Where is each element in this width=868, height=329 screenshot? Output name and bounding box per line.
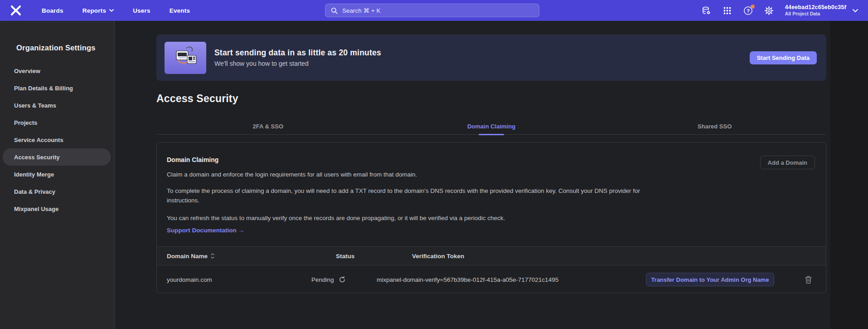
apps-grid-icon[interactable]	[723, 5, 732, 15]
sidebar-item-access-security[interactable]: Access Security	[3, 148, 111, 166]
search-input[interactable]: Search ⌘ + K	[325, 4, 539, 17]
nav-item-reports[interactable]: Reports	[82, 7, 114, 14]
column-header-domain-name[interactable]: Domain Name	[167, 247, 214, 265]
add-domain-button[interactable]: Add a Domain	[760, 156, 815, 169]
nav-item-events[interactable]: Events	[170, 7, 190, 14]
page-title: Access Security	[156, 93, 238, 105]
sidebar-item-overview[interactable]: Overview	[0, 62, 114, 79]
delete-domain-button[interactable]	[803, 274, 814, 285]
tab-2fa-sso[interactable]: 2FA & SSO	[156, 118, 380, 134]
sidebar-item-data-privacy[interactable]: Data & Privacy	[0, 183, 114, 200]
active-tab-indicator	[479, 134, 504, 135]
banner-subtitle: We'll show you how to get started	[214, 60, 381, 67]
mixpanel-logo-icon[interactable]	[9, 4, 23, 17]
panel-description-2: To complete the process of claiming a do…	[167, 186, 647, 205]
database-gear-icon[interactable]	[702, 5, 712, 15]
content-right-gutter	[830, 21, 868, 329]
column-header-status: Status	[336, 247, 354, 265]
search-placeholder: Search ⌘ + K	[342, 7, 380, 14]
search-icon	[331, 7, 338, 14]
table-header-row: Domain Name Status Verification Token	[157, 246, 826, 265]
status-text: Pending	[311, 276, 334, 283]
banner-title: Start sending data in as little as 20 mi…	[214, 48, 381, 58]
help-icon[interactable]: ?	[743, 5, 753, 15]
sidebar: Organization Settings Overview Plan Deta…	[0, 21, 115, 329]
top-nav: Boards Reports Users Events Search ⌘ + K	[0, 0, 868, 21]
panel-description-3: You can refresh the status to manually v…	[167, 213, 505, 223]
banner-illustration	[165, 42, 206, 74]
main-content: Start sending data in as little as 20 mi…	[115, 21, 868, 329]
panel-description-1: Claim a domain and enforce the login req…	[167, 170, 417, 179]
verification-token-cell: mixpanel-domain-verify=567b39be-012f-415…	[377, 265, 558, 294]
gear-icon[interactable]	[764, 5, 774, 15]
tab-bar: 2FA & SSO Domain Claiming Shared SSO	[156, 118, 826, 135]
support-documentation-link[interactable]: Support Documentation →	[167, 227, 244, 234]
table-row: yourdomain.com Pending mixpanel-domain-v…	[157, 265, 826, 294]
nav-item-boards[interactable]: Boards	[42, 7, 63, 14]
sidebar-item-users-teams[interactable]: Users & Teams	[0, 97, 114, 114]
tab-domain-claiming[interactable]: Domain Claiming	[380, 118, 603, 134]
refresh-icon[interactable]	[339, 276, 346, 283]
sidebar-item-plan-details-billing[interactable]: Plan Details & Billing	[0, 79, 114, 97]
domain-name-cell: yourdomain.com	[167, 265, 212, 294]
chevron-down-icon	[853, 9, 858, 12]
transfer-domain-button[interactable]: Transfer Domain to Your Admin Org Name	[646, 273, 774, 286]
sidebar-item-identity-merge[interactable]: Identity Merge	[0, 166, 114, 183]
panel-title: Domain Claiming	[167, 156, 218, 163]
chevron-down-icon	[109, 9, 114, 12]
org-project-label: All Project Data	[785, 11, 846, 17]
sidebar-title: Organization Settings	[16, 44, 114, 52]
account-menu[interactable]: 44eebad12c65eb0c35f All Project Data	[785, 4, 858, 17]
notification-dot	[751, 5, 755, 9]
sidebar-item-projects[interactable]: Projects	[0, 114, 114, 131]
column-header-verification-token: Verification Token	[412, 247, 464, 265]
svg-text:?: ?	[747, 8, 750, 13]
nav-item-users[interactable]: Users	[133, 7, 150, 14]
start-sending-data-button[interactable]: Start Sending Data	[750, 51, 817, 64]
trash-icon	[805, 275, 812, 284]
sidebar-item-service-accounts[interactable]: Service Accounts	[0, 131, 114, 148]
sort-icon	[211, 253, 214, 259]
status-cell: Pending	[311, 265, 346, 294]
domain-claiming-panel: Domain Claiming Add a Domain Claim a dom…	[156, 142, 826, 293]
org-id: 44eebad12c65eb0c35f	[785, 4, 846, 11]
sidebar-item-mixpanel-usage[interactable]: Mixpanel Usage	[0, 200, 114, 217]
onboarding-banner: Start sending data in as little as 20 mi…	[156, 34, 826, 81]
tab-shared-sso[interactable]: Shared SSO	[603, 118, 826, 134]
